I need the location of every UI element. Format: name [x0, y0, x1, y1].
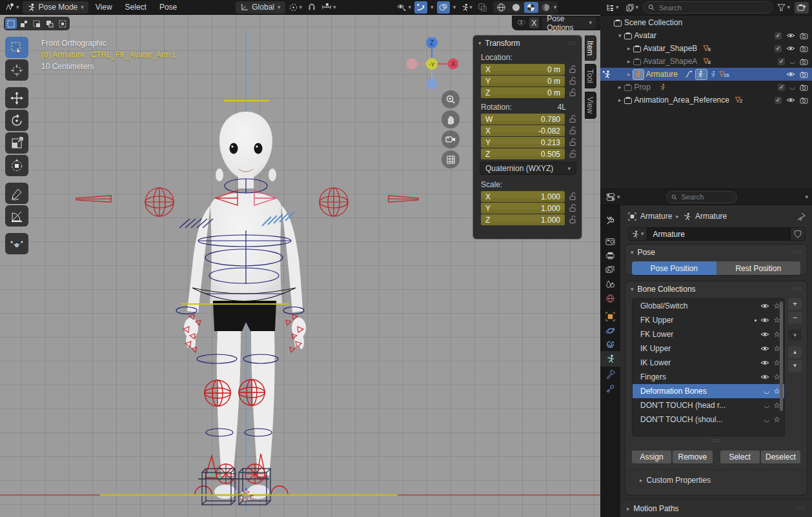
- tab-bone-properties[interactable]: [600, 367, 620, 382]
- outliner-row-scene-collection[interactable]: Scene Collection: [600, 16, 812, 29]
- eye-open-icon[interactable]: [786, 32, 795, 39]
- show-gizmo-toggle[interactable]: [414, 1, 427, 14]
- tab-world-properties[interactable]: [600, 290, 620, 306]
- scale-z-field[interactable]: Z1.000: [481, 214, 565, 225]
- outliner-row-animation-area-reference[interactable]: ▸ Animation_Area_Reference ∇2 ✓: [600, 94, 812, 106]
- lock-open-icon[interactable]: [569, 216, 576, 224]
- outliner-filter-type-dropdown[interactable]: ▾: [624, 3, 641, 12]
- mirror-axis-x-button[interactable]: X: [529, 17, 539, 28]
- location-z-field[interactable]: Z0 m: [481, 87, 565, 98]
- move-down-button[interactable]: ▼: [788, 360, 802, 372]
- show-overlays-toggle[interactable]: [437, 1, 450, 14]
- properties-editor-dropdown[interactable]: ▾: [604, 192, 622, 201]
- eye-closed-icon[interactable]: ◡: [789, 58, 795, 65]
- bone-collection-row[interactable]: IK Upper ☆: [633, 341, 784, 356]
- panel-collapse-icon[interactable]: ▾: [631, 287, 634, 292]
- fade-geometry-dropdown[interactable]: ▾: [459, 1, 474, 14]
- rest-position-button[interactable]: Rest Position: [716, 261, 801, 275]
- outliner-row-avatar[interactable]: ▾ Avatar ✓: [600, 29, 812, 42]
- xray-toggle[interactable]: [476, 1, 489, 14]
- outliner-filter-dropdown[interactable]: ▾: [775, 4, 792, 12]
- lock-open-icon[interactable]: [569, 138, 576, 147]
- eye-closed-icon[interactable]: ◡: [789, 84, 795, 90]
- lock-open-icon[interactable]: [569, 192, 576, 201]
- tool-transform[interactable]: [5, 155, 28, 176]
- gizmo-dropdown[interactable]: ▾: [429, 5, 436, 10]
- motion-paths-panel[interactable]: ▸ Motion Paths ∷∷: [620, 499, 812, 517]
- rotation-mode-dropdown[interactable]: Quaternion (WXYZ) ▾: [480, 162, 576, 175]
- lock-open-icon[interactable]: [569, 88, 576, 97]
- new-collection-button[interactable]: [795, 2, 809, 14]
- tab-physics-properties[interactable]: [600, 323, 620, 338]
- eye-open-icon[interactable]: [760, 331, 769, 338]
- tab-render-properties[interactable]: [600, 234, 620, 249]
- expand-icon[interactable]: ▾: [618, 33, 622, 39]
- properties-options-dropdown[interactable]: ▾: [805, 194, 808, 200]
- lock-open-icon[interactable]: [569, 115, 576, 123]
- tab-armature-data-properties[interactable]: [600, 351, 620, 367]
- drag-handle-icon[interactable]: ∷∷: [793, 249, 802, 256]
- eye-open-icon[interactable]: [760, 374, 769, 380]
- tab-item[interactable]: Item: [585, 35, 596, 61]
- pin-icon[interactable]: [797, 212, 806, 221]
- snap-settings-dropdown[interactable]: ▾: [320, 3, 338, 12]
- bone-collection-row[interactable]: DON'T TOUCH (shoul... ◡ ☆: [633, 412, 784, 427]
- tool-select-box[interactable]: [5, 37, 28, 58]
- overlays-dropdown[interactable]: ▾: [451, 5, 458, 10]
- pose-position-button[interactable]: Pose Position: [632, 261, 716, 275]
- tool-annotate[interactable]: [5, 183, 28, 204]
- pivot-point-dropdown[interactable]: ▾: [287, 3, 305, 12]
- mirror-x-butterfly-icon[interactable]: [517, 19, 526, 28]
- properties-search-input[interactable]: [680, 192, 731, 201]
- list-scrollbar[interactable]: [780, 301, 783, 411]
- list-resize-handle[interactable]: ∷∷: [625, 438, 807, 444]
- assign-button[interactable]: Assign: [632, 451, 671, 463]
- camera-visibility-icon[interactable]: [800, 32, 808, 39]
- panel-collapse-icon[interactable]: ▾: [631, 250, 634, 256]
- move-up-button[interactable]: ▲: [788, 347, 802, 358]
- tool-pose-breakdowner[interactable]: [5, 233, 28, 254]
- add-collection-button[interactable]: +: [788, 298, 802, 310]
- mode-dropdown[interactable]: Pose Mode ▾: [23, 1, 88, 14]
- axis-gizmo[interactable]: Z X -Y: [407, 37, 458, 90]
- custom-properties-subpanel[interactable]: ▸ Custom Properties: [625, 470, 807, 490]
- perspective-toggle-button[interactable]: [442, 150, 460, 168]
- shading-rendered-button[interactable]: [539, 2, 553, 13]
- tab-output-properties[interactable]: [600, 248, 620, 263]
- deselect-button[interactable]: Deselect: [761, 451, 800, 463]
- rotation-y-field[interactable]: Y0.213: [481, 137, 565, 148]
- transform-orientation-dropdown[interactable]: Global ▾: [236, 1, 285, 14]
- camera-view-button[interactable]: [442, 130, 460, 148]
- editor-type-dropdown[interactable]: ▾: [3, 2, 21, 12]
- lock-open-icon[interactable]: [569, 204, 576, 212]
- rotation-z-field[interactable]: Z0.505: [481, 148, 565, 159]
- select-mode-invert[interactable]: [44, 18, 56, 29]
- expand-icon[interactable]: ▸: [627, 72, 631, 77]
- properties-search[interactable]: [666, 191, 737, 203]
- exclude-checkbox[interactable]: ✓: [775, 97, 782, 104]
- fake-user-shield-button[interactable]: [790, 227, 806, 241]
- tool-scale[interactable]: [5, 132, 28, 154]
- outliner-row-armature[interactable]: ▸ Armature ∇16: [600, 68, 812, 81]
- shading-wireframe-button[interactable]: [494, 2, 509, 13]
- zoom-button[interactable]: [442, 90, 460, 108]
- expand-icon[interactable]: ▸: [627, 46, 631, 52]
- outliner-display-mode-dropdown[interactable]: ▾: [604, 3, 621, 12]
- eye-open-icon[interactable]: [786, 71, 795, 77]
- lock-open-icon[interactable]: [569, 127, 576, 135]
- menu-pose[interactable]: Pose: [154, 0, 183, 14]
- eye-open-icon[interactable]: [760, 360, 769, 366]
- tool-measure[interactable]: [5, 205, 28, 227]
- tool-move[interactable]: [5, 87, 28, 108]
- tab-tool-properties[interactable]: [600, 213, 620, 228]
- eye-open-icon[interactable]: [760, 317, 769, 323]
- menu-select[interactable]: Select: [119, 0, 152, 14]
- exclude-checkbox[interactable]: ✓: [775, 32, 782, 39]
- eye-open-icon[interactable]: [786, 97, 795, 103]
- camera-visibility-icon[interactable]: [800, 84, 808, 91]
- solo-star-icon[interactable]: ☆: [773, 416, 780, 423]
- tab-object-properties[interactable]: [600, 309, 620, 324]
- object-visibility-dropdown[interactable]: ▾: [395, 3, 414, 12]
- bone-collection-row[interactable]: IK Lower ☆: [633, 356, 784, 370]
- rotation-lock-badge[interactable]: 4L: [558, 103, 566, 112]
